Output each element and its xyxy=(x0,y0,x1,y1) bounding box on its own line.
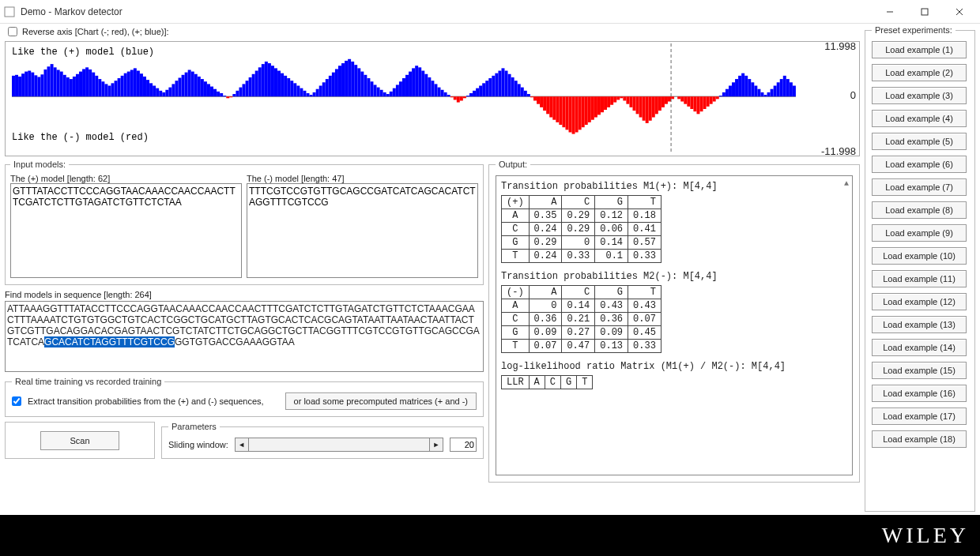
svg-rect-49 xyxy=(149,83,153,96)
svg-rect-118 xyxy=(370,81,373,96)
svg-rect-152 xyxy=(479,86,482,97)
svg-rect-99 xyxy=(310,95,313,96)
svg-rect-31 xyxy=(92,73,95,97)
svg-rect-203 xyxy=(643,96,646,121)
svg-rect-173 xyxy=(546,96,549,114)
svg-rect-84 xyxy=(262,64,265,96)
scan-button[interactable]: Scan xyxy=(40,431,119,450)
svg-rect-108 xyxy=(338,66,341,96)
svg-rect-69 xyxy=(213,89,217,96)
maximize-button[interactable] xyxy=(907,1,942,23)
preset-button-14[interactable]: Load example (14) xyxy=(872,339,967,356)
output-panel[interactable]: ▲ Transition probabilities M1(+): M[4,4]… xyxy=(496,175,853,475)
svg-rect-41 xyxy=(124,73,127,97)
minimize-button[interactable] xyxy=(873,1,907,23)
svg-rect-196 xyxy=(620,96,623,98)
preset-button-10[interactable]: Load example (10) xyxy=(872,247,967,265)
load-matrices-button[interactable]: or load some precomputed matrices (+ and… xyxy=(285,393,477,410)
svg-rect-182 xyxy=(575,96,579,132)
preset-button-17[interactable]: Load example (17) xyxy=(872,408,967,425)
preset-button-3[interactable]: Load example (3) xyxy=(872,87,967,104)
svg-rect-243 xyxy=(771,89,774,96)
svg-rect-165 xyxy=(521,88,524,97)
reverse-axis-checkbox[interactable] xyxy=(8,27,17,36)
svg-rect-168 xyxy=(530,96,533,97)
svg-rect-160 xyxy=(505,71,508,97)
sliding-window-value[interactable] xyxy=(450,438,477,452)
svg-rect-224 xyxy=(710,96,713,103)
svg-rect-32 xyxy=(95,76,98,96)
plus-model-input[interactable] xyxy=(10,183,242,278)
preset-button-18[interactable]: Load example (18) xyxy=(872,430,967,448)
svg-rect-135 xyxy=(424,74,428,96)
svg-rect-211 xyxy=(668,96,671,101)
scroll-up-icon[interactable]: ▲ xyxy=(844,179,849,188)
svg-rect-93 xyxy=(290,81,293,96)
svg-rect-30 xyxy=(89,70,92,96)
preset-button-6[interactable]: Load example (6) xyxy=(872,156,967,173)
preset-button-8[interactable]: Load example (8) xyxy=(872,201,967,219)
slider-left-button[interactable]: ◄ xyxy=(235,438,249,452)
preset-button-2[interactable]: Load example (2) xyxy=(872,64,967,81)
preset-button-7[interactable]: Load example (7) xyxy=(872,178,967,196)
svg-rect-97 xyxy=(303,91,306,96)
svg-rect-244 xyxy=(774,86,777,97)
close-button[interactable] xyxy=(942,1,977,23)
svg-rect-223 xyxy=(707,96,710,107)
svg-rect-2 xyxy=(922,9,928,15)
svg-rect-186 xyxy=(588,96,591,122)
svg-rect-72 xyxy=(223,96,226,96)
preset-button-5[interactable]: Load example (5) xyxy=(872,133,967,150)
svg-rect-209 xyxy=(662,96,665,107)
find-models-sequence[interactable]: ATTAAAGGTTTATACCTTCCCAGGTAACAAACCAACCAAC… xyxy=(5,301,484,372)
svg-rect-101 xyxy=(316,89,319,96)
svg-rect-115 xyxy=(360,72,364,97)
svg-rect-140 xyxy=(441,90,444,96)
svg-rect-28 xyxy=(82,69,85,96)
svg-rect-39 xyxy=(118,78,121,96)
svg-rect-6 xyxy=(12,76,15,96)
svg-rect-52 xyxy=(159,91,162,96)
svg-rect-106 xyxy=(332,73,335,97)
output-group: Output: ▲ Transition probabilities M1(+)… xyxy=(488,160,860,483)
slider-track[interactable] xyxy=(249,438,429,452)
preset-button-9[interactable]: Load example (9) xyxy=(872,224,967,242)
svg-rect-12 xyxy=(31,73,34,97)
preset-button-11[interactable]: Load example (11) xyxy=(872,270,967,287)
preset-button-16[interactable]: Load example (16) xyxy=(872,385,967,402)
svg-rect-58 xyxy=(179,78,182,97)
minus-model-input[interactable] xyxy=(247,183,478,278)
svg-rect-155 xyxy=(488,78,492,96)
input-models-group: Input models: The (+) model [length: 62]… xyxy=(5,160,484,285)
svg-rect-122 xyxy=(383,92,386,96)
preset-button-12[interactable]: Load example (12) xyxy=(872,293,967,310)
svg-rect-201 xyxy=(636,96,639,114)
svg-rect-47 xyxy=(143,77,146,96)
svg-rect-139 xyxy=(438,88,441,97)
svg-rect-235 xyxy=(744,76,748,96)
svg-rect-102 xyxy=(319,86,322,97)
preset-button-15[interactable]: Load example (15) xyxy=(872,362,967,379)
svg-rect-241 xyxy=(764,95,767,96)
slider-right-button[interactable]: ► xyxy=(429,438,443,452)
svg-rect-56 xyxy=(172,84,175,96)
svg-rect-236 xyxy=(748,79,751,96)
svg-rect-63 xyxy=(194,74,198,96)
svg-rect-90 xyxy=(281,73,284,97)
svg-rect-128 xyxy=(402,78,405,96)
extract-probabilities-checkbox[interactable] xyxy=(12,396,21,406)
svg-rect-55 xyxy=(168,88,172,97)
preset-button-1[interactable]: Load example (1) xyxy=(872,41,967,58)
preset-button-13[interactable]: Load example (13) xyxy=(872,316,967,333)
svg-rect-75 xyxy=(232,94,236,96)
svg-rect-95 xyxy=(296,86,300,97)
svg-rect-16 xyxy=(43,70,47,96)
svg-rect-46 xyxy=(140,73,143,96)
svg-rect-157 xyxy=(495,73,498,97)
svg-rect-134 xyxy=(421,71,424,97)
input-models-legend: Input models: xyxy=(10,160,69,169)
svg-rect-51 xyxy=(156,88,159,97)
svg-rect-226 xyxy=(716,96,719,99)
svg-rect-195 xyxy=(616,96,620,100)
preset-button-4[interactable]: Load example (4) xyxy=(872,110,967,127)
